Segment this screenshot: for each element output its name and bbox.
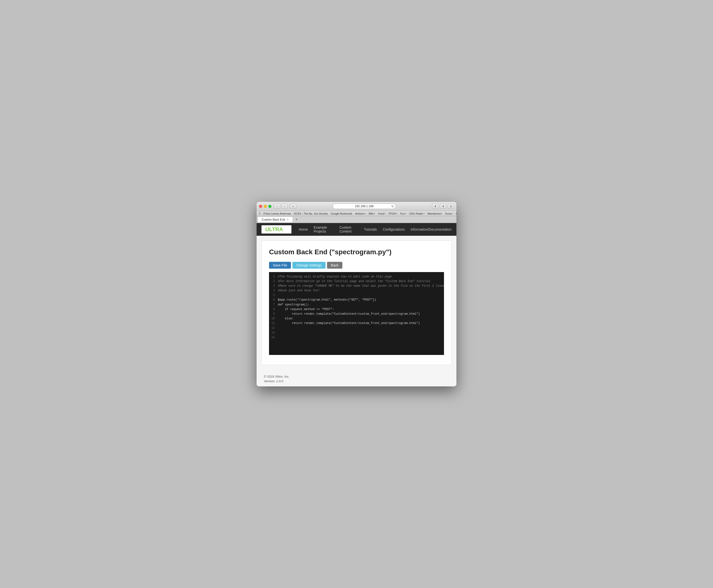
code-line-2: 2 #For more information go to the Tutori… — [269, 279, 444, 284]
tab-close-icon[interactable]: ✕ — [286, 218, 289, 221]
footer: © 2018 Xilinx, Inc. Version: 1.0.0 — [257, 370, 456, 386]
line-content: if request.method == "POST": — [278, 307, 444, 312]
code-line-8: 8 if request.method == "POST": — [269, 307, 444, 312]
active-tab[interactable]: Custom Back End ✕ — [258, 216, 293, 222]
page-title: Custom Back End ("spectrogram.py") — [269, 248, 444, 256]
code-editor[interactable]: 1 #The following will briefly explain ho… — [269, 272, 444, 355]
line-number: 3 — [269, 284, 278, 288]
line-number: 6 — [269, 298, 278, 302]
reader-button[interactable]: ≡ — [290, 204, 296, 209]
line-content — [278, 326, 444, 331]
line-number: 4 — [269, 288, 278, 293]
close-button[interactable] — [259, 205, 262, 208]
copyright-text: © 2018 Xilinx, Inc. — [264, 375, 449, 378]
line-number: 5 — [269, 293, 278, 298]
bookmark-food[interactable]: Food ▾ — [377, 212, 386, 215]
code-line-3: 3 #Make sure to change "CHANGE ME" to be… — [269, 284, 444, 288]
bookmark-fpga[interactable]: FPGA ▾ — [388, 212, 398, 215]
change-settings-button[interactable]: Change Settings — [293, 262, 326, 269]
line-content — [278, 293, 444, 298]
code-line-7: 7 def spectrogram(): — [269, 302, 444, 307]
bookmark-gnu-radio[interactable]: GNU Radio ▾ — [408, 212, 425, 215]
bookmark-pulse-larsen[interactable]: Pulse Larsen Antennas — [263, 212, 292, 215]
line-content: return render_template("CustomContent/cu… — [278, 312, 444, 316]
download-button[interactable]: ⬇ — [432, 204, 438, 209]
bookmark-wanderlust[interactable]: Wanderlust ▾ — [427, 212, 443, 215]
title-bar-actions: ⬇ ⬆ ⊡ — [432, 204, 454, 209]
line-number: 14 — [269, 335, 278, 340]
line-content: #For more information go to the Tutorial… — [278, 279, 444, 284]
code-line-11: 11 return render_template("CustomContent… — [269, 321, 444, 326]
reload-button[interactable]: ↻ — [391, 204, 395, 208]
save-file-button[interactable]: Save File — [269, 262, 291, 269]
line-number: 11 — [269, 321, 278, 326]
main-content: Custom Back End ("spectrogram.py") Save … — [261, 240, 452, 365]
chevron-icon: ▾ — [385, 212, 386, 214]
chevron-icon: ▾ — [374, 212, 375, 214]
code-line-6: 6 @app.route("/spectrogram.html", method… — [269, 298, 444, 302]
line-number: 1 — [269, 274, 278, 279]
apps-icon[interactable]: ⠿ — [259, 212, 261, 215]
logo-96: 96 — [283, 226, 289, 233]
line-content: #Make sure to change "CHANGE ME" to be t… — [278, 284, 444, 288]
traffic-lights — [259, 205, 272, 208]
code-line-10: 10 else: — [269, 316, 444, 321]
chevron-icon: ▾ — [452, 212, 453, 214]
line-number: 13 — [269, 331, 278, 335]
version-text: Version: 1.0.0 — [264, 379, 449, 383]
site-logo[interactable]: / ULTRA 96 — [261, 225, 291, 234]
fullscreen-button[interactable]: ⊡ — [448, 204, 454, 209]
back-nav-button[interactable]: ‹ — [274, 204, 280, 209]
site-nav: / ULTRA 96 Home Example Projects Custom … — [257, 223, 456, 236]
line-number: 10 — [269, 316, 278, 321]
nav-buttons: ‹ › ≡ — [274, 204, 296, 209]
bookmark-fun[interactable]: Fun ▾ — [399, 212, 407, 215]
nav-example-projects[interactable]: Example Projects — [314, 226, 333, 233]
chevron-icon: ▾ — [396, 212, 397, 214]
code-line-5: 5 — [269, 293, 444, 298]
bookmark-arduino[interactable]: Arduino ▾ — [354, 212, 367, 215]
line-content: #Good luck and have fun! — [278, 288, 444, 293]
nav-information[interactable]: Information/Documentation — [411, 228, 452, 231]
chevron-icon: ▾ — [405, 212, 406, 214]
bookmark-kona[interactable]: Kona ▾ — [445, 212, 454, 215]
address-input[interactable] — [332, 204, 396, 209]
action-buttons: Save File Change Settings Back — [269, 262, 444, 269]
line-content: @app.route("/spectrogram.html", methods=… — [278, 298, 444, 302]
mac-window: ‹ › ≡ ↻ ⬇ ⬆ ⊡ ⠿ Pulse Larsen Antennas AC… — [257, 202, 456, 386]
nav-custom-content[interactable]: Custom Content — [340, 226, 358, 233]
logo-ultra: ULTRA — [265, 226, 283, 233]
title-bar: ‹ › ≡ ↻ ⬇ ⬆ ⊡ — [257, 202, 456, 211]
code-line-12: 12 — [269, 326, 444, 331]
tab-label: Custom Back End — [262, 218, 285, 222]
bookmark-mac-troubleshooting[interactable]: Mac Troubleshooting ▾ — [455, 212, 456, 215]
line-content — [278, 335, 444, 340]
line-content: else: — [278, 316, 444, 321]
line-number: 8 — [269, 307, 278, 312]
chevron-icon: ▾ — [365, 212, 366, 214]
bookmark-bills[interactable]: Bills ▾ — [368, 212, 376, 215]
code-line-9: 9 return render_template("CustomContent/… — [269, 312, 444, 316]
new-tab-button[interactable]: + — [294, 217, 299, 222]
nav-tutorials[interactable]: Tutorials — [364, 228, 377, 231]
line-number: 9 — [269, 312, 278, 316]
share-button[interactable]: ⬆ — [440, 204, 446, 209]
bookmark-google[interactable]: Google Bookmark — [330, 212, 353, 215]
bookmark-aces[interactable]: ACES - The Ap...tics Society — [293, 212, 328, 215]
chevron-icon: ▾ — [424, 212, 425, 214]
line-content — [278, 331, 444, 335]
line-content: def spectrogram(): — [278, 302, 444, 307]
nav-configurations[interactable]: Configurations — [383, 228, 405, 231]
chevron-icon: ▾ — [441, 212, 442, 214]
code-line-4: 4 #Good luck and have fun! — [269, 288, 444, 293]
website-content: / ULTRA 96 Home Example Projects Custom … — [257, 223, 456, 386]
line-number: 12 — [269, 326, 278, 331]
bookmarks-bar: ⠿ Pulse Larsen Antennas ACES - The Ap...… — [257, 211, 456, 216]
back-button[interactable]: Back — [327, 262, 342, 269]
maximize-button[interactable] — [268, 205, 272, 208]
address-bar: ↻ — [299, 204, 430, 209]
nav-home[interactable]: Home — [299, 228, 308, 231]
code-line-14: 14 — [269, 335, 444, 340]
forward-nav-button[interactable]: › — [281, 204, 287, 209]
minimize-button[interactable] — [264, 205, 267, 208]
